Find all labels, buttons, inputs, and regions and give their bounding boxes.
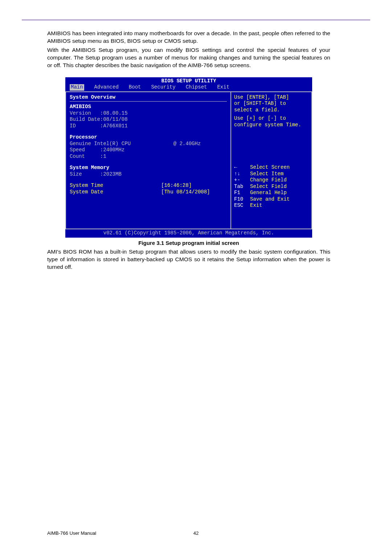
- count-row: Count :1: [70, 153, 227, 160]
- system-time-row[interactable]: System Time [16:46:28]: [70, 182, 227, 189]
- date-value[interactable]: [Thu 08/14/2008]: [161, 189, 210, 195]
- bios-footer: v02.61 (C)Copyright 1985-2006, American …: [65, 229, 312, 238]
- key-row: F1General Help: [234, 190, 309, 196]
- amibios-label: AMIBIOS: [70, 104, 227, 110]
- processor-label: Processor: [70, 134, 227, 141]
- key-k: +-: [234, 177, 250, 184]
- bios-screenshot: BIOS SETUP UTILITY Main Advanced Boot Se…: [65, 77, 312, 238]
- help-line-4: Use [+] or [-] to: [234, 115, 309, 122]
- key-v: Save and Exit: [250, 196, 290, 203]
- bios-tab-security[interactable]: Security: [151, 84, 175, 91]
- page-number: 42: [0, 530, 392, 536]
- key-v: General Help: [250, 190, 287, 196]
- key-row: +-Change Field: [234, 177, 309, 184]
- key-v: Select Screen: [250, 164, 290, 171]
- bios-tab-bar: Main Advanced Boot Security Chipset Exit: [65, 84, 312, 91]
- key-k: ←: [234, 164, 250, 171]
- key-k: ESC: [234, 202, 250, 209]
- bios-tab-exit[interactable]: Exit: [217, 84, 229, 91]
- time-value[interactable]: [16:46:28]: [161, 182, 192, 188]
- key-k: F1: [234, 190, 250, 196]
- cpu-at: @ 2.40GHz: [173, 141, 201, 147]
- key-row: F10Save and Exit: [234, 196, 309, 203]
- bios-tab-main[interactable]: Main: [70, 84, 84, 91]
- key-k: Tab: [234, 184, 250, 190]
- key-row: ←Select Screen: [234, 164, 309, 171]
- key-k: ↑↓: [234, 171, 250, 177]
- bios-tab-chipset[interactable]: Chipset: [186, 84, 207, 91]
- page-content: AMIBIOS has been integrated into many mo…: [47, 30, 330, 271]
- bios-right-panel: Use [ENTER], [TAB] or [SHIFT-TAB] to sel…: [230, 91, 312, 229]
- intro-paragraph-2: With the AMIBIOS Setup program, you can …: [47, 46, 330, 69]
- post-paragraph: AMI's BIOS ROM has a built-in Setup prog…: [47, 248, 330, 271]
- key-v: Select Field: [250, 184, 287, 190]
- version-row: Version :08.00.15: [70, 110, 227, 117]
- memory-label: System Memory: [70, 165, 227, 171]
- cpu-name: Genuine Intel(R) CPU: [70, 141, 131, 147]
- bios-tab-boot[interactable]: Boot: [129, 84, 141, 91]
- figure-caption: Figure 3.1 Setup program initial screen: [47, 240, 330, 246]
- key-v: Select Item: [250, 171, 283, 177]
- bios-body: System Overview AMIBIOS Version :08.00.1…: [65, 91, 312, 229]
- help-line-2: or [SHIFT-TAB] to: [234, 100, 309, 107]
- speed-row: Speed :2400MHz: [70, 147, 227, 153]
- top-rule: [22, 20, 370, 20]
- time-label: System Time: [70, 182, 103, 188]
- intro-paragraph-1: AMIBIOS has been integrated into many mo…: [47, 30, 330, 45]
- help-line-5: configure system Time.: [234, 122, 309, 128]
- help-line-1: Use [ENTER], [TAB]: [234, 94, 309, 101]
- bios-tab-advanced[interactable]: Advanced: [94, 84, 119, 91]
- size-row: Size :2023MB: [70, 171, 227, 178]
- overview-title: System Overview: [70, 94, 227, 101]
- key-row: ↑↓Select Item: [234, 171, 309, 177]
- builddate-row: Build Date:08/11/08: [70, 116, 227, 123]
- key-row: TabSelect Field: [234, 184, 309, 190]
- divider: [70, 101, 227, 102]
- help-line-3: select a field.: [234, 107, 309, 114]
- bios-title: BIOS SETUP UTILITY: [65, 77, 312, 85]
- date-label: System Date: [70, 189, 103, 195]
- system-date-row[interactable]: System Date [Thu 08/14/2008]: [70, 189, 227, 196]
- id-row: ID :A766X011: [70, 123, 227, 130]
- cpu-row: Genuine Intel(R) CPU @ 2.40GHz: [70, 141, 227, 147]
- key-v: Exit: [250, 202, 262, 209]
- key-v: Change Field: [250, 177, 287, 184]
- key-row: ESCExit: [234, 202, 309, 209]
- bios-left-panel: System Overview AMIBIOS Version :08.00.1…: [65, 91, 230, 229]
- key-k: F10: [234, 196, 250, 203]
